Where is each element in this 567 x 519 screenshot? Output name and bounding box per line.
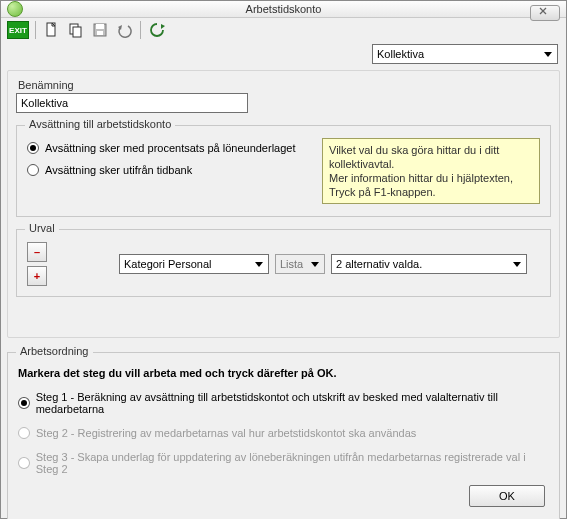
chevron-down-icon [252, 257, 266, 271]
steg2-label: Steg 2 - Registrering av medarbetarnas v… [36, 427, 416, 439]
avsattning-opt-tidbank[interactable]: Avsättning sker utifrån tidbank [27, 164, 312, 176]
ok-button[interactable]: OK [469, 485, 545, 507]
combo-value: Kollektiva [377, 48, 424, 60]
radio-icon [18, 457, 30, 469]
steg2-radio: Steg 2 - Registrering av medarbetarnas v… [18, 427, 549, 439]
urval-selection-combo[interactable]: 2 alternativ valda. [331, 254, 527, 274]
chevron-down-icon [510, 257, 524, 271]
copy-icon[interactable] [66, 20, 86, 40]
combo-value: 2 alternativ valda. [336, 258, 422, 270]
combo-value: Lista [280, 258, 303, 270]
footer-row: OK [18, 479, 549, 509]
help-line: Vilket val du ska göra hittar du i ditt [329, 143, 533, 157]
undo-icon[interactable] [114, 20, 134, 40]
avsattning-opt2-label: Avsättning sker utifrån tidbank [45, 164, 192, 176]
dialog-window: Arbetstidskonto EXIT Kollektiva [0, 0, 567, 519]
toolbar-separator [35, 21, 36, 39]
exit-button[interactable]: EXIT [7, 21, 29, 39]
steg1-label: Steg 1 - Beräkning av avsättning till ar… [36, 391, 549, 415]
avsattning-opt-procentsats[interactable]: Avsättning sker med procentsats på löneu… [27, 142, 312, 154]
svg-rect-8 [97, 31, 103, 35]
radio-icon [18, 427, 30, 439]
chevron-down-icon [308, 257, 322, 271]
svg-rect-5 [73, 27, 81, 37]
radio-icon [18, 397, 30, 409]
steg3-radio: Steg 3 - Skapa underlag för uppdatering … [18, 451, 549, 475]
steg1-radio[interactable]: Steg 1 - Beräkning av avsättning till ar… [18, 391, 549, 415]
avsattning-opt1-label: Avsättning sker med procentsats på löneu… [45, 142, 296, 154]
toolbar-separator [140, 21, 141, 39]
benamning-label: Benämning [18, 79, 551, 91]
steg3-label: Steg 3 - Skapa underlag för uppdatering … [36, 451, 549, 475]
refresh-icon[interactable] [147, 20, 167, 40]
svg-rect-7 [96, 24, 104, 29]
toolbar: EXIT [1, 18, 566, 42]
radio-icon [27, 164, 39, 176]
app-icon [7, 1, 23, 17]
urval-lista-combo: Lista [275, 254, 325, 274]
avsattning-group: Avsättning till arbetstidskonto Avsättni… [16, 125, 551, 217]
combo-value: Kategori Personal [124, 258, 211, 270]
window-title: Arbetstidskonto [246, 3, 322, 15]
help-box: Vilket val du ska göra hittar du i ditt … [322, 138, 540, 204]
add-row-button[interactable]: + [27, 266, 47, 286]
benamning-input[interactable] [16, 93, 248, 113]
new-document-icon[interactable] [42, 20, 62, 40]
help-line: kollektivavtal. [329, 157, 533, 171]
help-line: Tryck på F1-knappen. [329, 185, 533, 199]
close-button[interactable] [530, 5, 560, 21]
content-area: Benämning Avsättning till arbetstidskont… [1, 70, 566, 519]
svg-rect-2 [549, 8, 555, 14]
urval-legend: Urval [25, 222, 59, 234]
arbetsordning-instruction: Markera det steg du vill arbeta med och … [18, 367, 549, 379]
svg-marker-10 [161, 24, 165, 29]
upper-panel: Benämning Avsättning till arbetstidskont… [7, 70, 560, 338]
urval-group: Urval – + Kategori Personal Lista [16, 229, 551, 297]
kollektiva-combo[interactable]: Kollektiva [372, 44, 558, 64]
arbetsordning-group: Arbetsordning Markera det steg du vill a… [7, 352, 560, 519]
radio-icon [27, 142, 39, 154]
urval-category-combo[interactable]: Kategori Personal [119, 254, 269, 274]
save-icon[interactable] [90, 20, 110, 40]
avsattning-legend: Avsättning till arbetstidskonto [25, 118, 175, 130]
arbetsordning-legend: Arbetsordning [16, 345, 93, 357]
chevron-down-icon [541, 47, 555, 61]
help-line: Mer information hittar du i hjälptexten, [329, 171, 533, 185]
remove-row-button[interactable]: – [27, 242, 47, 262]
selector-row: Kollektiva [1, 42, 566, 70]
title-bar: Arbetstidskonto [1, 1, 566, 18]
